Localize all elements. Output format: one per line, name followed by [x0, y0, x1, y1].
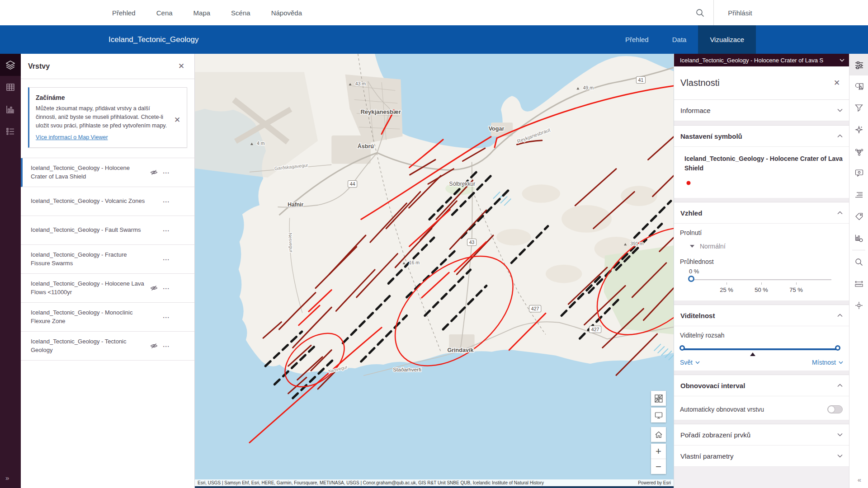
measure-icon[interactable] — [849, 273, 868, 295]
svg-text:16 m: 16 m — [409, 260, 420, 265]
home-icon[interactable] — [651, 427, 666, 442]
legend-icon[interactable] — [0, 120, 21, 142]
divider — [674, 198, 849, 202]
basemap-icon[interactable] — [651, 391, 666, 406]
properties-panel: Iceland_Tectonic_Geology - Holocene Crat… — [674, 54, 849, 488]
charts-icon[interactable] — [0, 98, 21, 120]
charts-settings-icon[interactable] — [849, 227, 868, 249]
zoom-out-button[interactable]: − — [651, 459, 666, 474]
map-canvas[interactable]: ReykjanesbærÁsbrúVogarHafnirSólbrekkurGr… — [195, 54, 674, 488]
nav-napoveda[interactable]: Nápověda — [271, 9, 302, 17]
search-icon[interactable] — [693, 6, 706, 19]
powered-by-esri: Powered by Esri — [638, 480, 671, 485]
aggregation-icon[interactable] — [849, 141, 868, 162]
eye-slash-icon[interactable] — [147, 282, 160, 295]
layer-list-item[interactable]: Iceland_Tectonic_Geology - Holocene Lava… — [21, 274, 194, 303]
sign-in-button[interactable]: Přihlásit — [715, 0, 765, 25]
svg-text:427: 427 — [591, 327, 599, 332]
popups-icon[interactable] — [849, 162, 868, 184]
range-handle-max[interactable] — [835, 345, 840, 351]
page-title: Iceland_Tectonic_Geology — [108, 25, 198, 54]
center-icon[interactable] — [849, 295, 868, 316]
layer-options-icon[interactable]: ●●● — [160, 311, 173, 324]
layer-list-item[interactable]: Iceland_Tectonic_Geology - Volcanic Zone… — [21, 187, 194, 216]
section-viditelnost[interactable]: Viditelnost — [674, 305, 849, 326]
layer-name: Iceland_Tectonic_Geology - Holocene Crat… — [31, 164, 147, 181]
blend-mode-dropdown[interactable]: Normální — [674, 236, 849, 253]
range-min-dropdown[interactable]: Svět — [680, 359, 700, 366]
svg-text:Sólbrekkur: Sólbrekkur — [449, 181, 476, 187]
layer-options-icon[interactable]: ●●● — [160, 224, 173, 237]
svg-text:Ásbrú: Ásbrú — [358, 143, 374, 150]
section-obnovovaci-interval[interactable]: Obnovovací interval — [674, 375, 849, 396]
panel-filler — [674, 467, 849, 488]
nav-scena[interactable]: Scéna — [231, 9, 250, 17]
search-icon[interactable] — [849, 251, 868, 273]
left-toolbar: » — [0, 54, 21, 488]
eye-slash-icon[interactable] — [147, 340, 160, 352]
layer-list-item[interactable]: Iceland_Tectonic_Geology - Fault Swarms●… — [21, 216, 194, 245]
layers-icon[interactable] — [0, 54, 21, 76]
effects-icon[interactable] — [849, 119, 868, 141]
fields-icon[interactable] — [849, 184, 868, 206]
labels-icon[interactable] — [849, 206, 868, 227]
table-icon[interactable] — [0, 76, 21, 98]
attribution-text: Esri, USGS | Samsyn Ehf, Esri, HERE, Gar… — [198, 480, 638, 485]
slider-handle[interactable] — [688, 276, 694, 282]
svg-text:391 m: 391 m — [630, 241, 644, 246]
range-handle-min[interactable] — [679, 345, 685, 351]
range-max-dropdown[interactable]: Místnost — [812, 359, 843, 366]
section-vlastni-parametry[interactable]: Vlastní parametry — [674, 446, 849, 467]
item-header: Iceland_Tectonic_Geology Přehled Data Vi… — [0, 25, 868, 54]
layer-list-item[interactable]: Iceland_Tectonic_Geology - Tectonic Geol… — [21, 332, 194, 361]
svg-text:49 m: 49 m — [583, 85, 594, 90]
nav-cena[interactable]: Cena — [156, 9, 173, 17]
zoom-in-button[interactable]: + — [651, 444, 666, 459]
caret-down-icon — [690, 245, 694, 248]
section-poradi-zobrazeni[interactable]: Pořadí zobrazení prvků — [674, 424, 849, 446]
collapse-panel-icon[interactable]: « — [849, 476, 868, 483]
tab-prehled[interactable]: Přehled — [613, 25, 660, 54]
layers-panel: Vrstvy ✕ Začínáme Můžete zkoumat mapy, p… — [21, 54, 195, 488]
eye-slash-icon[interactable] — [147, 166, 160, 179]
nav-mapa[interactable]: Mapa — [193, 9, 211, 17]
layer-options-icon[interactable]: ●●● — [160, 195, 173, 208]
tab-data[interactable]: Data — [660, 25, 698, 54]
section-informace[interactable]: Informace — [674, 100, 849, 121]
zoom-controls: + − — [651, 444, 666, 474]
close-icon[interactable]: ✕ — [831, 77, 843, 89]
close-icon[interactable]: ✕ — [171, 114, 183, 126]
screen-icon[interactable] — [651, 408, 666, 422]
tab-vizualizace[interactable]: Vizualizace — [698, 25, 756, 54]
nav-prehled[interactable]: Přehled — [112, 9, 136, 17]
range-track[interactable] — [684, 348, 839, 350]
transparency-slider: 0 % 25 % 50 % 75 % — [674, 267, 849, 300]
map-viewer-link[interactable]: Více informací o Map Viewer — [36, 134, 108, 141]
top-nav: Přehled Cena Mapa Scéna Nápověda — [112, 0, 302, 25]
section-nastaveni-symbolu[interactable]: Nastavení symbolů — [674, 126, 849, 147]
layer-list-item[interactable]: Iceland_Tectonic_Geology - Fracture Fiss… — [21, 245, 194, 274]
svg-text:Nesvegur: Nesvegur — [288, 233, 293, 253]
layer-list: Iceland_Tectonic_Geology - Holocene Crat… — [21, 158, 194, 361]
eye-icon-placeholder — [147, 224, 160, 237]
filter-icon[interactable] — [849, 97, 868, 119]
close-icon[interactable]: ✕ — [175, 61, 187, 72]
properties-icon[interactable] — [849, 54, 868, 75]
symbol-editor[interactable]: Iceland_Tectonic_Geology - Holocene Crat… — [674, 147, 849, 198]
layer-name: Iceland_Tectonic_Geology - Fault Swarms — [31, 226, 147, 235]
expand-panel-icon[interactable]: » — [0, 471, 21, 484]
divider — [674, 371, 849, 375]
layer-options-icon[interactable]: ●●● — [160, 253, 173, 266]
layer-options-icon[interactable]: ●●● — [160, 282, 173, 295]
section-vzhled[interactable]: Vzhled — [674, 202, 849, 224]
layer-list-item[interactable]: Iceland_Tectonic_Geology - Monoclinic Fl… — [21, 303, 194, 332]
layer-options-icon[interactable]: ●●● — [160, 166, 173, 179]
slider-track[interactable] — [692, 279, 831, 280]
layer-selector-dropdown[interactable]: Iceland_Tectonic_Geology - Holocene Crat… — [674, 54, 849, 66]
eye-icon-placeholder — [147, 195, 160, 208]
layer-options-icon[interactable]: ●●● — [160, 340, 173, 352]
point-symbol-swatch — [687, 181, 691, 185]
styles-icon[interactable] — [849, 75, 868, 97]
layer-list-item[interactable]: Iceland_Tectonic_Geology - Holocene Crat… — [21, 158, 194, 187]
auto-refresh-toggle[interactable] — [827, 405, 843, 413]
